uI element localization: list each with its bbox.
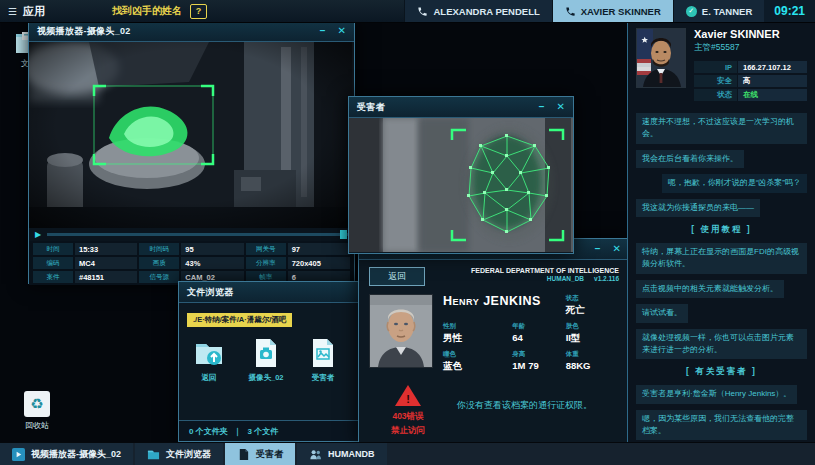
- contact-name: ALEXANDRA PENDELL: [433, 6, 539, 17]
- contact-xavier-skinner[interactable]: XAVIER SKINNER: [552, 0, 673, 22]
- window-title: 视频播放器-摄像头_02: [37, 25, 131, 38]
- window-title: 文件浏览器: [187, 286, 234, 299]
- chat-message: 我这就为你接通探员的来电——: [636, 199, 760, 217]
- agency-name: FEDERAL DEPARTMENT OF INTELLIGENCE: [471, 267, 619, 274]
- taskbar-item-file-browser[interactable]: 文件浏览器: [135, 443, 223, 465]
- humandb-window: HUMANDB − ✕ 返回 FEDERAL DEPARTMENT OF INT…: [358, 238, 630, 443]
- info-value: 高: [738, 75, 807, 87]
- seek-bar[interactable]: [47, 233, 348, 236]
- seek-thumb[interactable]: [340, 230, 347, 239]
- folder-up-icon: [193, 337, 225, 369]
- applications-menu-label: 应用: [23, 4, 45, 19]
- person-name: Henry JENKINS: [443, 294, 566, 317]
- close-button[interactable]: ✕: [338, 26, 346, 36]
- field-value: 男性: [443, 332, 512, 345]
- field-label: 时间码: [139, 243, 179, 255]
- field-value: 720x405: [288, 257, 350, 269]
- mugshot-photo[interactable]: [369, 294, 433, 368]
- hamburger-icon: ☰: [8, 6, 17, 17]
- field-value: 88KG: [566, 360, 619, 371]
- person-field: 体重88KG: [566, 350, 619, 373]
- taskbar-item-label: 视频播放器-摄像头_02: [31, 448, 121, 461]
- close-button[interactable]: ✕: [557, 102, 565, 112]
- taskbar-item-video-player[interactable]: 视频播放器-摄像头_02: [0, 443, 133, 465]
- video-player-titlebar[interactable]: 视频播放器-摄像头_02 − ✕: [29, 21, 354, 42]
- field-label: 编码: [33, 257, 73, 269]
- field-value: 蓝色: [443, 360, 512, 373]
- chat-message: 速度并不理想，不过这应该是一次学习的机会。: [636, 113, 807, 144]
- victim-photo-analysis[interactable]: [349, 118, 573, 252]
- contact-sidebar: Xavier SKINNER 主管#55587 IP 166.27.107.12…: [627, 22, 815, 443]
- contacts-bar: ALEXANDRA PENDELL XAVIER SKINNER ✓ E. TA…: [404, 0, 815, 22]
- field-value: 95: [181, 243, 243, 255]
- chat-option-tutorial[interactable]: [ 使用教程 ]: [687, 223, 755, 237]
- top-menu-bar: ☰ 应用 找到凶手的姓名 ? ALEXANDRA PENDELL XAVIER …: [0, 0, 815, 23]
- contact-role: 主管#55587: [694, 42, 807, 54]
- info-value: 166.27.107.12: [738, 61, 807, 73]
- chat-message: 点击视频中的相关元素就能触发分析。: [636, 280, 784, 298]
- contact-profile: Xavier SKINNER 主管#55587 IP 166.27.107.12…: [628, 22, 815, 109]
- file-item-camera-02[interactable]: 摄像头_02: [244, 337, 288, 383]
- field-label: 画质: [139, 257, 179, 269]
- db-name: HUMAN_DB: [547, 275, 584, 282]
- file-item-victim[interactable]: 受害者: [301, 337, 345, 383]
- desktop-icon-recycle-bin[interactable]: ♻ 回收站: [14, 390, 60, 431]
- play-button[interactable]: ▶: [35, 231, 41, 239]
- file-label: 摄像头_02: [244, 373, 288, 383]
- field-value: 97: [288, 243, 350, 255]
- game-desktop: ☰ 应用 找到凶手的姓名 ? ALEXANDRA PENDELL XAVIER …: [0, 0, 815, 465]
- db-version: v1.2.116: [594, 275, 619, 282]
- field-label: 案件: [33, 271, 73, 283]
- info-row-status: 状态 在线: [694, 89, 807, 101]
- taskbar-item-label: 受害者: [256, 448, 283, 461]
- status-separator: ｜: [234, 426, 242, 437]
- objective-text: 找到凶手的姓名: [112, 4, 182, 18]
- victim-window: 受害者 − ✕: [348, 96, 574, 254]
- contact-name: Xavier SKINNER: [694, 28, 807, 40]
- cctv-scene: [29, 42, 352, 228]
- minimize-button[interactable]: −: [539, 102, 545, 112]
- taskbar-item-humandb[interactable]: HUMANDB: [297, 443, 387, 465]
- cctv-footage[interactable]: [29, 42, 354, 228]
- document-icon: [237, 448, 250, 461]
- clock: 09:21: [764, 0, 815, 22]
- error-badge: ! 403错误 禁止访问: [369, 383, 447, 437]
- minimize-button[interactable]: −: [320, 26, 326, 36]
- objective-bar: 找到凶手的姓名 ?: [112, 0, 207, 22]
- people-icon: [309, 448, 322, 461]
- file-label: 返回: [187, 373, 231, 383]
- chat-log: 速度并不理想，不过这应该是一次学习的机会。 我会在后台看着你来操作。 呃，抱歉，…: [628, 109, 815, 443]
- video-player-window: 视频播放器-摄像头_02 − ✕: [28, 20, 355, 284]
- taskbar-item-victim[interactable]: 受害者: [225, 443, 295, 465]
- field-value: 1M 79: [512, 360, 565, 371]
- phone-icon: [565, 6, 576, 17]
- video-timeline: ▶: [29, 228, 354, 241]
- files-count: 3 个文件: [248, 426, 279, 437]
- taskbar-item-label: 文件浏览器: [166, 448, 211, 461]
- field-value: 64: [512, 332, 565, 343]
- applications-menu[interactable]: ☰ 应用: [0, 4, 61, 19]
- online-status-value: 在线: [738, 89, 807, 101]
- back-button[interactable]: 返回: [369, 267, 425, 286]
- chat-message-player: 呃，抱歉，你刚才说的是“凶杀案”吗？: [662, 174, 807, 192]
- contact-e-tanner[interactable]: ✓ E. TANNER: [673, 0, 765, 22]
- chat-option-about-victim[interactable]: [ 有关受害者 ]: [682, 365, 761, 379]
- chat-message: 就像处理视频一样，你也可以点击图片元素来进行进一步的分析。: [636, 329, 807, 360]
- access-error: ! 403错误 禁止访问 你没有查看该档案的通行证权限。: [359, 375, 629, 445]
- person-status: 状态 死亡: [566, 294, 619, 317]
- field-value: 43%: [181, 257, 243, 269]
- objective-hint-button[interactable]: ?: [190, 4, 207, 19]
- contact-alexandra-pendell[interactable]: ALEXANDRA PENDELL: [404, 0, 551, 22]
- person-field: 瞳色蓝色: [443, 350, 512, 373]
- close-button[interactable]: ✕: [613, 244, 621, 254]
- victim-titlebar[interactable]: 受害者 − ✕: [349, 97, 573, 118]
- face-scan-image: [349, 118, 571, 252]
- play-icon: [12, 448, 25, 461]
- warning-triangle-icon: !: [395, 385, 421, 406]
- field-label: 时间: [33, 243, 73, 255]
- taskbar: 视频播放器-摄像头_02 文件浏览器 受害者 HUMANDB: [0, 442, 815, 465]
- field-label: 年龄: [512, 322, 565, 331]
- badge-icon: ✓: [686, 6, 697, 17]
- file-item-back[interactable]: 返回: [187, 337, 231, 383]
- minimize-button[interactable]: −: [595, 244, 601, 254]
